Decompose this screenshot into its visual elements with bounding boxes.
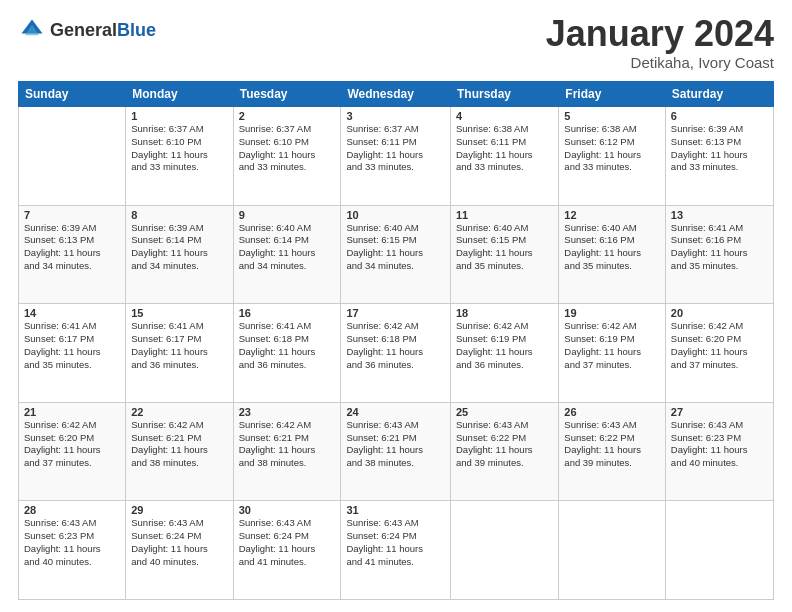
day-number: 30 [239, 504, 336, 516]
table-row: 31Sunrise: 6:43 AMSunset: 6:24 PMDayligh… [341, 501, 451, 600]
day-info: Sunrise: 6:42 AMSunset: 6:21 PMDaylight:… [239, 419, 336, 470]
day-number: 28 [24, 504, 120, 516]
day-info: Sunrise: 6:42 AMSunset: 6:20 PMDaylight:… [24, 419, 120, 470]
day-number: 18 [456, 307, 553, 319]
table-row: 9Sunrise: 6:40 AMSunset: 6:14 PMDaylight… [233, 205, 341, 304]
day-number: 25 [456, 406, 553, 418]
header-sunday: Sunday [19, 82, 126, 107]
table-row: 10Sunrise: 6:40 AMSunset: 6:15 PMDayligh… [341, 205, 451, 304]
table-row: 13Sunrise: 6:41 AMSunset: 6:16 PMDayligh… [665, 205, 773, 304]
day-info: Sunrise: 6:40 AMSunset: 6:14 PMDaylight:… [239, 222, 336, 273]
day-number: 7 [24, 209, 120, 221]
day-info: Sunrise: 6:42 AMSunset: 6:18 PMDaylight:… [346, 320, 445, 371]
day-number: 20 [671, 307, 768, 319]
day-number: 10 [346, 209, 445, 221]
day-info: Sunrise: 6:43 AMSunset: 6:24 PMDaylight:… [239, 517, 336, 568]
day-info: Sunrise: 6:38 AMSunset: 6:11 PMDaylight:… [456, 123, 553, 174]
day-number: 13 [671, 209, 768, 221]
table-row: 4Sunrise: 6:38 AMSunset: 6:11 PMDaylight… [451, 107, 559, 206]
table-row: 16Sunrise: 6:41 AMSunset: 6:18 PMDayligh… [233, 304, 341, 403]
table-row: 29Sunrise: 6:43 AMSunset: 6:24 PMDayligh… [126, 501, 233, 600]
day-number: 4 [456, 110, 553, 122]
table-row: 7Sunrise: 6:39 AMSunset: 6:13 PMDaylight… [19, 205, 126, 304]
table-row: 3Sunrise: 6:37 AMSunset: 6:11 PMDaylight… [341, 107, 451, 206]
day-number: 14 [24, 307, 120, 319]
day-info: Sunrise: 6:37 AMSunset: 6:11 PMDaylight:… [346, 123, 445, 174]
calendar-header-row: Sunday Monday Tuesday Wednesday Thursday… [19, 82, 774, 107]
day-info: Sunrise: 6:37 AMSunset: 6:10 PMDaylight:… [131, 123, 227, 174]
day-number: 21 [24, 406, 120, 418]
day-number: 3 [346, 110, 445, 122]
table-row [665, 501, 773, 600]
day-number: 1 [131, 110, 227, 122]
table-row: 2Sunrise: 6:37 AMSunset: 6:10 PMDaylight… [233, 107, 341, 206]
day-number: 24 [346, 406, 445, 418]
logo: GeneralBlue [18, 16, 156, 44]
day-number: 23 [239, 406, 336, 418]
calendar-week-0: 1Sunrise: 6:37 AMSunset: 6:10 PMDaylight… [19, 107, 774, 206]
day-info: Sunrise: 6:40 AMSunset: 6:15 PMDaylight:… [346, 222, 445, 273]
table-row [559, 501, 666, 600]
table-row: 6Sunrise: 6:39 AMSunset: 6:13 PMDaylight… [665, 107, 773, 206]
day-number: 2 [239, 110, 336, 122]
day-number: 12 [564, 209, 660, 221]
day-number: 26 [564, 406, 660, 418]
day-info: Sunrise: 6:38 AMSunset: 6:12 PMDaylight:… [564, 123, 660, 174]
table-row: 22Sunrise: 6:42 AMSunset: 6:21 PMDayligh… [126, 402, 233, 501]
table-row: 23Sunrise: 6:42 AMSunset: 6:21 PMDayligh… [233, 402, 341, 501]
header: GeneralBlue January 2024 Detikaha, Ivory… [18, 16, 774, 71]
logo-icon [18, 16, 46, 44]
title-section: January 2024 Detikaha, Ivory Coast [546, 16, 774, 71]
day-info: Sunrise: 6:40 AMSunset: 6:16 PMDaylight:… [564, 222, 660, 273]
table-row: 17Sunrise: 6:42 AMSunset: 6:18 PMDayligh… [341, 304, 451, 403]
calendar-week-1: 7Sunrise: 6:39 AMSunset: 6:13 PMDaylight… [19, 205, 774, 304]
table-row: 26Sunrise: 6:43 AMSunset: 6:22 PMDayligh… [559, 402, 666, 501]
table-row: 15Sunrise: 6:41 AMSunset: 6:17 PMDayligh… [126, 304, 233, 403]
day-info: Sunrise: 6:43 AMSunset: 6:24 PMDaylight:… [346, 517, 445, 568]
day-info: Sunrise: 6:39 AMSunset: 6:13 PMDaylight:… [24, 222, 120, 273]
logo-text: GeneralBlue [50, 21, 156, 40]
location-title: Detikaha, Ivory Coast [546, 54, 774, 71]
table-row: 24Sunrise: 6:43 AMSunset: 6:21 PMDayligh… [341, 402, 451, 501]
table-row: 12Sunrise: 6:40 AMSunset: 6:16 PMDayligh… [559, 205, 666, 304]
day-number: 6 [671, 110, 768, 122]
table-row [19, 107, 126, 206]
day-number: 16 [239, 307, 336, 319]
day-info: Sunrise: 6:43 AMSunset: 6:23 PMDaylight:… [24, 517, 120, 568]
day-number: 29 [131, 504, 227, 516]
logo-blue: Blue [117, 20, 156, 40]
header-monday: Monday [126, 82, 233, 107]
header-saturday: Saturday [665, 82, 773, 107]
day-number: 15 [131, 307, 227, 319]
table-row: 18Sunrise: 6:42 AMSunset: 6:19 PMDayligh… [451, 304, 559, 403]
table-row: 8Sunrise: 6:39 AMSunset: 6:14 PMDaylight… [126, 205, 233, 304]
calendar-week-2: 14Sunrise: 6:41 AMSunset: 6:17 PMDayligh… [19, 304, 774, 403]
day-info: Sunrise: 6:42 AMSunset: 6:19 PMDaylight:… [456, 320, 553, 371]
day-number: 17 [346, 307, 445, 319]
day-info: Sunrise: 6:40 AMSunset: 6:15 PMDaylight:… [456, 222, 553, 273]
day-info: Sunrise: 6:39 AMSunset: 6:14 PMDaylight:… [131, 222, 227, 273]
table-row: 1Sunrise: 6:37 AMSunset: 6:10 PMDaylight… [126, 107, 233, 206]
header-thursday: Thursday [451, 82, 559, 107]
day-number: 19 [564, 307, 660, 319]
table-row: 25Sunrise: 6:43 AMSunset: 6:22 PMDayligh… [451, 402, 559, 501]
day-number: 9 [239, 209, 336, 221]
header-tuesday: Tuesday [233, 82, 341, 107]
table-row: 30Sunrise: 6:43 AMSunset: 6:24 PMDayligh… [233, 501, 341, 600]
day-info: Sunrise: 6:43 AMSunset: 6:22 PMDaylight:… [564, 419, 660, 470]
table-row: 11Sunrise: 6:40 AMSunset: 6:15 PMDayligh… [451, 205, 559, 304]
day-number: 27 [671, 406, 768, 418]
day-info: Sunrise: 6:43 AMSunset: 6:22 PMDaylight:… [456, 419, 553, 470]
day-number: 31 [346, 504, 445, 516]
calendar-week-3: 21Sunrise: 6:42 AMSunset: 6:20 PMDayligh… [19, 402, 774, 501]
day-info: Sunrise: 6:42 AMSunset: 6:20 PMDaylight:… [671, 320, 768, 371]
day-info: Sunrise: 6:37 AMSunset: 6:10 PMDaylight:… [239, 123, 336, 174]
table-row: 19Sunrise: 6:42 AMSunset: 6:19 PMDayligh… [559, 304, 666, 403]
month-title: January 2024 [546, 16, 774, 52]
table-row: 5Sunrise: 6:38 AMSunset: 6:12 PMDaylight… [559, 107, 666, 206]
table-row: 28Sunrise: 6:43 AMSunset: 6:23 PMDayligh… [19, 501, 126, 600]
header-friday: Friday [559, 82, 666, 107]
day-info: Sunrise: 6:39 AMSunset: 6:13 PMDaylight:… [671, 123, 768, 174]
day-info: Sunrise: 6:43 AMSunset: 6:24 PMDaylight:… [131, 517, 227, 568]
logo-general: General [50, 20, 117, 40]
